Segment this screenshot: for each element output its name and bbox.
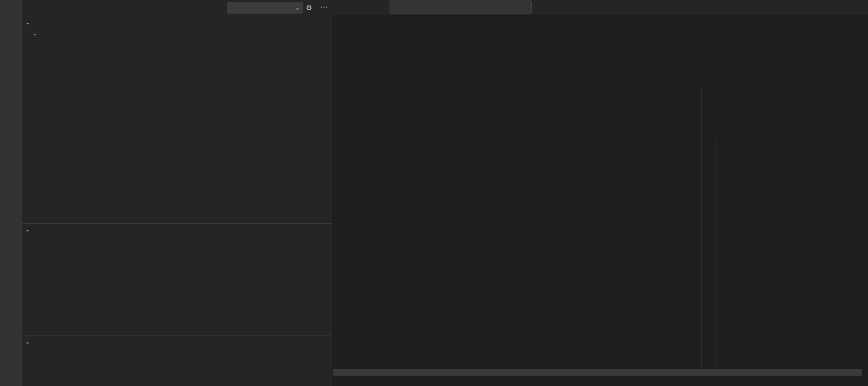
horizontal-scrollbar[interactable] [333, 369, 862, 376]
variables-section-header[interactable]: ⌄ [25, 17, 32, 28]
chevron-down-icon[interactable]: ⌄ [295, 5, 300, 11]
debug-toolbar [390, 1, 532, 14]
hot-code-replace-icon[interactable] [534, 1, 547, 14]
watch-section-header[interactable]: ⌄ [25, 224, 32, 235]
run-configuration-button[interactable]: ⌄ [227, 2, 303, 14]
vscode-window: ⌄ ⚙ ⋯ ⌄ ⌄ ⌄ ⌄ [0, 0, 868, 386]
chevron-down-icon: ⌄ [25, 19, 30, 26]
indent-guide [701, 86, 701, 368]
activity-bar [0, 0, 22, 386]
more-actions-icon[interactable]: ⋯ [320, 3, 328, 12]
chevron-down-icon: ⌄ [25, 226, 30, 233]
call-stack-section-header[interactable]: ⌄ [25, 336, 32, 347]
panel-tab-bar [332, 378, 868, 386]
variables-scope-local[interactable]: ⌄ [22, 28, 332, 39]
run-and-debug-sidebar: ⌄ ⚙ ⋯ ⌄ ⌄ ⌄ ⌄ [22, 0, 332, 386]
indent-guide [716, 140, 716, 368]
gear-icon[interactable]: ⚙ [306, 4, 312, 12]
chevron-down-icon: ⌄ [32, 30, 37, 37]
code-editor[interactable] [332, 26, 868, 378]
chevron-down-icon: ⌄ [25, 339, 30, 345]
editor-group [332, 0, 868, 386]
